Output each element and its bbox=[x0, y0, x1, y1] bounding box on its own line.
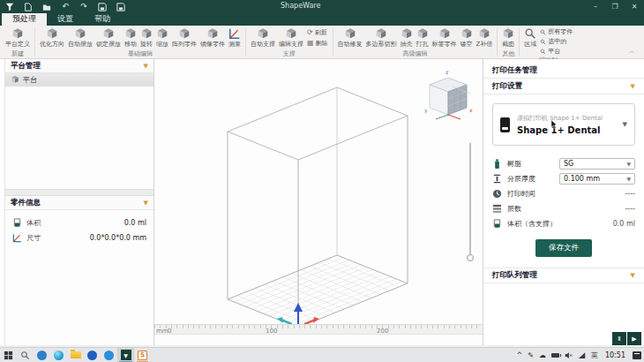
panel-divider bbox=[5, 189, 154, 196]
resin-row: 树脂 SG ▼ bbox=[492, 156, 635, 171]
save-as-icon[interactable] bbox=[116, 2, 126, 11]
tray-clock[interactable]: 10:51 bbox=[601, 348, 630, 362]
auto-support-button[interactable]: 自动支撑 bbox=[249, 26, 277, 49]
mirror-parts-button[interactable]: 镜像零件 bbox=[198, 26, 227, 49]
close-button[interactable]: ✕ bbox=[625, 0, 644, 13]
auto-arrange-button[interactable]: 自动摆放 bbox=[66, 26, 94, 49]
ribbon-collapse-button[interactable]: ︿ bbox=[622, 47, 642, 58]
resin-select[interactable]: SG ▼ bbox=[559, 158, 635, 170]
start-button[interactable] bbox=[0, 348, 17, 362]
quick-access-toolbar: ↶ ↷ bbox=[0, 0, 126, 13]
refresh-support-button[interactable]: ⟳刷新 bbox=[307, 28, 328, 37]
ruler-unit: mm bbox=[156, 328, 168, 335]
minimize-button[interactable]: – bbox=[586, 0, 605, 13]
part-info-header[interactable]: 零件信息 ▼ bbox=[5, 196, 154, 210]
tray-volume-muted-icon[interactable] bbox=[562, 348, 575, 362]
lock-arrange-button[interactable]: 锁定摆放 bbox=[94, 26, 123, 49]
chevron-down-icon: ▼ bbox=[631, 272, 635, 279]
svg-text:z: z bbox=[446, 69, 448, 75]
punch-hole-button[interactable]: 打孔 bbox=[415, 26, 431, 49]
scale-button[interactable]: 缩放 bbox=[154, 26, 170, 49]
ruler-tick-200: 200 bbox=[377, 328, 388, 335]
title-bar: ↶ ↷ ShapeWare – ❐ ✕ bbox=[0, 0, 644, 13]
save-file-button[interactable]: 保存文件 bbox=[535, 239, 592, 257]
mirror-icon bbox=[206, 27, 219, 40]
ribbon-group-basic-edit: 优化方向 自动摆放 锁定摆放 移动 旋转 缩放 阵列零件 镜像零件 测量 基础编… bbox=[36, 26, 244, 58]
ribbon-divider bbox=[333, 28, 333, 57]
print-task-header[interactable]: 打印任务管理 bbox=[483, 63, 644, 79]
cube-icon bbox=[416, 27, 429, 40]
taskbar-app-orange[interactable]: S bbox=[134, 348, 151, 362]
taskbar-shapeware-icon[interactable]: ▼ bbox=[117, 348, 134, 362]
size-row: 尺寸 0.0*0.0*0.0 mm bbox=[5, 230, 154, 245]
ribbon-group-support: 自动支撑 编辑支撑 ⟳刷新 ▦删除 支撑 bbox=[247, 26, 332, 58]
taskbar-app-blue-2[interactable] bbox=[84, 348, 101, 362]
clock-icon bbox=[492, 189, 502, 199]
lattice-icon bbox=[461, 27, 473, 40]
tab-preprocess[interactable]: 预处理 bbox=[2, 13, 47, 26]
cube-icon bbox=[140, 27, 153, 40]
zoom-region-button[interactable]: 区域 bbox=[522, 26, 538, 49]
play-button[interactable]: ▶ bbox=[627, 332, 641, 345]
zoom-all-parts-item[interactable]: 所有零件 bbox=[540, 27, 573, 36]
print-queue-header[interactable]: 打印队列管理 ▼ bbox=[483, 268, 644, 283]
zoom-selected-item[interactable]: 选中的 bbox=[540, 37, 573, 46]
platform-define-button[interactable]: 平台定义 bbox=[4, 26, 32, 49]
tray-network-icon[interactable] bbox=[575, 348, 588, 362]
slice-slider[interactable] bbox=[468, 143, 474, 261]
save-icon[interactable] bbox=[97, 2, 108, 11]
search-icon[interactable] bbox=[17, 348, 34, 362]
taskbar-edge-icon[interactable] bbox=[50, 348, 67, 362]
rotate-button[interactable]: 旋转 bbox=[139, 26, 154, 49]
delete-support-button[interactable]: ▦删除 bbox=[307, 39, 328, 48]
build-volume-top bbox=[228, 87, 408, 160]
layer-count-row: 层数 ---- bbox=[492, 201, 635, 216]
undo-icon[interactable]: ↶ bbox=[60, 2, 71, 11]
tray-notifications-icon[interactable] bbox=[630, 348, 644, 362]
tab-settings[interactable]: 设置 bbox=[47, 13, 84, 26]
volume-with-support-row: 体积（含支撑） 0.0 ml bbox=[492, 216, 635, 231]
platform-item[interactable]: 平台 bbox=[5, 73, 154, 87]
auto-repair-button[interactable]: 自动修复 bbox=[336, 26, 364, 49]
beaker-icon bbox=[12, 218, 22, 228]
tray-chevron-up-icon[interactable]: ^ bbox=[514, 348, 526, 362]
printer-selector[interactable]: 虚拟打印机 Shape 1+ Dental Shape 1+ Dental ▼ bbox=[492, 103, 635, 146]
app-logo-icon[interactable] bbox=[4, 2, 15, 11]
optimize-direction-button[interactable]: 优化方向 bbox=[38, 26, 66, 49]
ribbon-group-zoom-to: 区域 所有零件 选中的 平台 缩放到 bbox=[520, 26, 576, 58]
tray-battery-icon[interactable] bbox=[549, 348, 562, 362]
edit-support-button[interactable]: 编辑支撑 bbox=[277, 26, 305, 49]
move-button[interactable]: 移动 bbox=[123, 26, 139, 49]
taskbar-file-explorer-icon[interactable] bbox=[67, 348, 84, 362]
group-label-other: 其他 bbox=[500, 50, 516, 58]
new-file-icon[interactable] bbox=[23, 2, 34, 11]
tray-onedrive-icon[interactable]: ☁ bbox=[536, 348, 549, 362]
z-compensation-button[interactable]: Z补偿 bbox=[475, 26, 495, 49]
platform-manage-header[interactable]: 平台管理 ▼ bbox=[5, 59, 154, 73]
open-file-icon[interactable] bbox=[41, 2, 52, 11]
taskbar-app-blue[interactable] bbox=[34, 348, 50, 362]
zoom-platform-item[interactable]: 平台 bbox=[540, 47, 573, 56]
ribbon-divider bbox=[519, 28, 520, 57]
label-parts-button[interactable]: 标签零件 bbox=[431, 26, 459, 49]
snapshot-button[interactable]: 截图 bbox=[500, 26, 516, 49]
tab-help[interactable]: 帮助 bbox=[84, 13, 121, 26]
left-sidebar: 平台管理 ▼ 平台 零件信息 ▼ 体积 0.0 ml bbox=[0, 59, 154, 345]
chevron-down-icon: ▼ bbox=[626, 161, 631, 167]
hollow-button[interactable]: 镂空 bbox=[459, 26, 475, 49]
maximize-button[interactable]: ❐ bbox=[605, 0, 625, 13]
viewport-3d[interactable]: x y z mm 0 100 200 bbox=[154, 59, 483, 345]
array-parts-button[interactable]: 阵列零件 bbox=[170, 26, 198, 49]
view-cube: x y z bbox=[424, 69, 473, 119]
shell-button[interactable]: 抽壳 bbox=[399, 26, 415, 49]
tray-pen-icon[interactable]: ✎ bbox=[525, 348, 536, 362]
print-settings-header[interactable]: 打印设置 ▼ bbox=[483, 79, 644, 94]
layer-thickness-select[interactable]: 0.100 mm ▼ bbox=[559, 173, 635, 185]
taskbar-app-blue-3[interactable] bbox=[101, 348, 117, 362]
measure-button[interactable]: 测量 bbox=[227, 26, 243, 49]
redo-icon[interactable]: ↷ bbox=[79, 2, 89, 11]
polygon-cut-button[interactable]: 多边形切割 bbox=[364, 26, 399, 49]
magnifier-icon bbox=[524, 27, 536, 40]
tray-ime-indicator[interactable]: 英 bbox=[588, 348, 601, 362]
pause-button[interactable]: Ⅱ bbox=[612, 332, 626, 345]
